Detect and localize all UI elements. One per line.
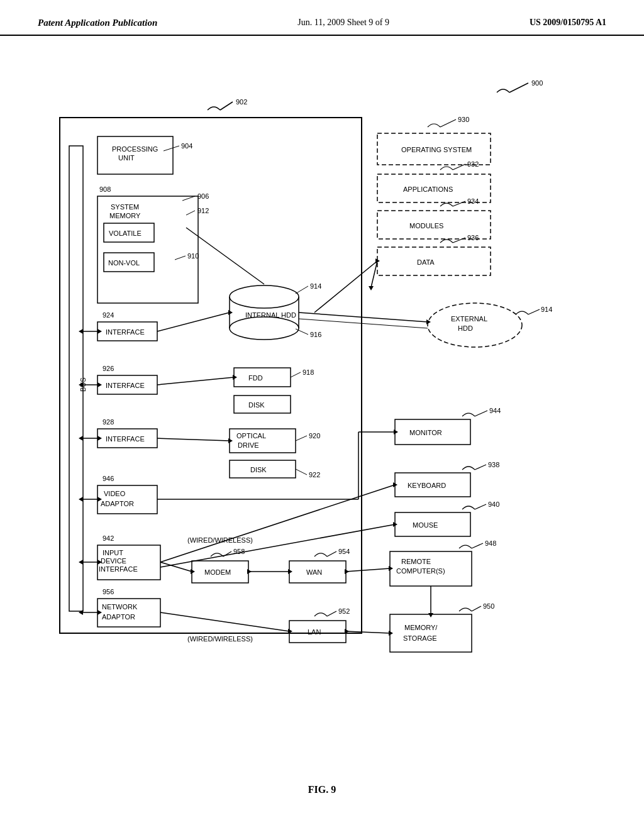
diagram-area: text { font-family: Arial, sans-serif; f… (0, 36, 644, 778)
header-left: Patent Application Publication (38, 18, 157, 28)
monitor-label: MONITOR (409, 429, 442, 436)
system-memory-label2: MEMORY (109, 212, 141, 219)
svg-line-10 (175, 256, 186, 260)
ref-902: 902 (236, 98, 247, 106)
os-label: OPERATING SYSTEM (401, 146, 472, 153)
svg-point-37 (230, 285, 299, 308)
svg-marker-69 (426, 319, 431, 324)
ref-956: 956 (103, 588, 114, 595)
nonvol-label: NON-VOL (108, 259, 140, 267)
svg-line-46 (291, 372, 301, 377)
input-device-label1: INPUT (103, 549, 123, 556)
keyboard-label: KEYBOARD (408, 482, 446, 489)
input-device-label3: INTERFACE (99, 565, 138, 573)
interface2-label: INTERFACE (106, 382, 145, 389)
ref-920: 920 (309, 432, 320, 440)
ref-934: 934 (467, 197, 479, 205)
ref-910: 910 (187, 252, 199, 260)
svg-marker-76 (394, 429, 398, 434)
data-label: DATA (417, 258, 435, 266)
ref-948: 948 (485, 540, 496, 547)
svg-line-81 (160, 485, 395, 562)
ref-932: 932 (467, 160, 479, 168)
svg-marker-97 (389, 566, 393, 571)
ref-900: 900 (531, 79, 543, 87)
ref-936: 936 (467, 234, 479, 241)
figure-caption: FIG. 9 (0, 778, 644, 808)
network-adaptor-label1: NETWORK (102, 603, 138, 611)
disk1-label: DISK (248, 401, 265, 409)
apps-label: APPLICATIONS (403, 185, 453, 193)
svg-line-101 (160, 612, 289, 631)
ref-912: 912 (197, 207, 209, 214)
ref-908-arrow: 908 (99, 185, 111, 193)
external-hdd-label1: EXTERNAL (451, 315, 487, 323)
network-adaptor-label2: ADAPTOR (102, 613, 135, 621)
svg-marker-35 (79, 610, 83, 615)
ref-926: 926 (103, 365, 114, 372)
svg-marker-27 (79, 497, 83, 502)
interface1-label: INTERFACE (106, 328, 145, 336)
ref-922: 922 (309, 471, 320, 479)
svg-marker-106 (389, 631, 393, 636)
svg-line-7 (182, 196, 195, 201)
ref-914-int: 914 (310, 282, 321, 290)
svg-marker-16 (97, 329, 102, 334)
ref-918: 918 (303, 368, 314, 376)
svg-line-53 (296, 469, 307, 475)
svg-marker-98 (345, 569, 349, 574)
system-memory-label1: SYSTEM (111, 203, 139, 211)
svg-line-54 (157, 438, 230, 441)
page-header: Patent Application Publication Jun. 11, … (0, 0, 644, 36)
svg-line-51 (296, 436, 307, 441)
svg-marker-111 (369, 286, 374, 290)
video-adaptor-label2: ADAPTOR (101, 500, 134, 507)
header-right: US 2009/0150795 A1 (530, 18, 606, 28)
svg-marker-44 (228, 310, 233, 315)
svg-point-40 (230, 317, 299, 340)
svg-line-57 (440, 119, 456, 127)
disk2-label: DISK (250, 466, 267, 473)
ref-954: 954 (338, 548, 350, 555)
svg-rect-4 (97, 136, 173, 174)
svg-line-95 (472, 543, 483, 548)
svg-rect-103 (390, 614, 472, 652)
ref-942: 942 (103, 534, 114, 542)
svg-marker-23 (79, 436, 83, 441)
processing-unit-label2: UNIT (118, 154, 135, 162)
svg-line-90 (327, 551, 336, 556)
svg-line-104 (472, 606, 481, 611)
remote-comp-label2: COMPUTER(S) (396, 567, 445, 575)
memory-storage-label2: STORAGE (403, 634, 437, 642)
modules-label: MODULES (409, 222, 443, 230)
ref-914-ext: 914 (541, 306, 552, 313)
svg-line-12 (186, 211, 195, 215)
svg-line-67 (528, 309, 540, 314)
ref-940: 940 (488, 501, 499, 508)
volatile-label: VOLATILE (109, 230, 142, 237)
svg-line-2 (220, 102, 233, 110)
ref-946: 946 (103, 475, 114, 482)
svg-line-41 (296, 286, 308, 294)
wired-wireless2-label: (WIRED/WIRELESS) (187, 635, 253, 643)
optical-drive-label2: DRIVE (238, 441, 259, 449)
svg-line-80 (475, 504, 486, 509)
wan-label: WAN (306, 568, 322, 576)
svg-line-0 (509, 83, 528, 92)
ref-952: 952 (338, 607, 350, 615)
svg-line-87 (160, 562, 192, 572)
lan-label: LAN (308, 628, 321, 636)
external-hdd-label2: HDD (458, 324, 473, 332)
svg-line-72 (475, 411, 487, 416)
ref-928: 928 (103, 418, 114, 426)
fdd-label: FDD (248, 374, 263, 382)
svg-marker-93 (247, 569, 252, 574)
ref-906: 906 (197, 192, 209, 200)
svg-marker-109 (428, 613, 433, 617)
internal-hdd-label: INTERNAL HDD (245, 311, 296, 319)
modem-label: MODEM (204, 568, 231, 576)
memory-storage-label1: MEMORY/ (404, 624, 438, 631)
svg-marker-24 (97, 436, 102, 441)
optical-drive-label1: OPTICAL (236, 432, 266, 440)
svg-line-96 (346, 568, 390, 572)
